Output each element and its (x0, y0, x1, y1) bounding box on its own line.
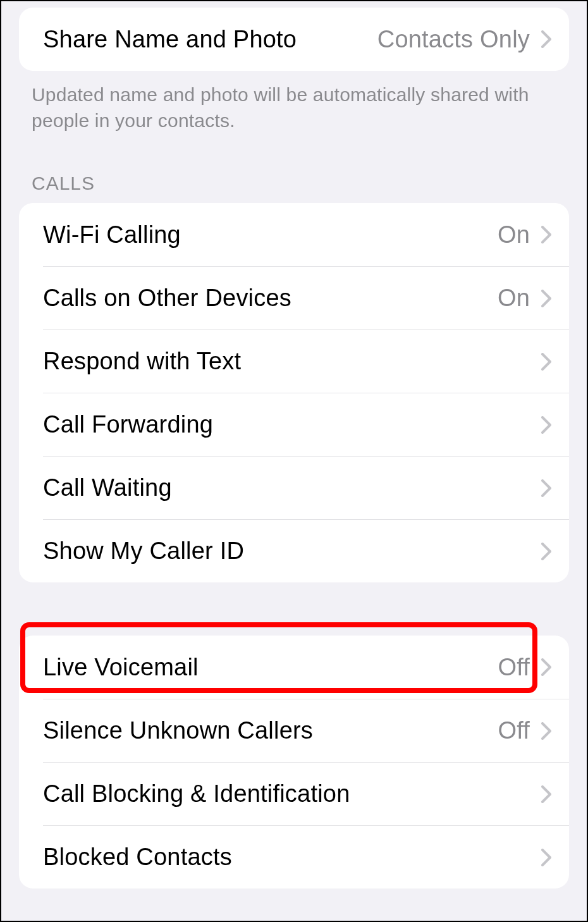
spacer (1, 582, 587, 636)
call-waiting-row[interactable]: Call Waiting (43, 456, 569, 519)
wifi-calling-value: On (498, 221, 530, 249)
chevron-right-icon (541, 479, 551, 497)
wifi-calling-row[interactable]: Wi-Fi Calling On (19, 203, 569, 266)
call-waiting-label: Call Waiting (43, 474, 172, 501)
chevron-right-icon (541, 30, 551, 48)
calls-other-devices-value: On (498, 285, 530, 312)
blocked-contacts-label: Blocked Contacts (43, 844, 232, 871)
chevron-right-icon (541, 658, 551, 676)
chevron-right-icon (541, 416, 551, 434)
call-blocking-row[interactable]: Call Blocking & Identification (43, 762, 569, 825)
calls-group: Wi-Fi Calling On Calls on Other Devices … (19, 203, 569, 582)
wifi-calling-label: Wi-Fi Calling (43, 221, 181, 249)
live-voicemail-row[interactable]: Live Voicemail Off (19, 636, 569, 699)
calls-other-devices-row[interactable]: Calls on Other Devices On (43, 266, 569, 329)
chevron-right-icon (541, 226, 551, 243)
call-blocking-label: Call Blocking & Identification (43, 780, 350, 808)
chevron-right-icon (541, 543, 551, 560)
chevron-right-icon (541, 785, 551, 803)
call-forwarding-row[interactable]: Call Forwarding (43, 393, 569, 456)
live-voicemail-label: Live Voicemail (43, 654, 199, 681)
share-group: Share Name and Photo Contacts Only (19, 8, 569, 71)
calls-other-devices-label: Calls on Other Devices (43, 285, 291, 312)
blocked-contacts-row[interactable]: Blocked Contacts (43, 825, 569, 888)
share-name-photo-label: Share Name and Photo (43, 26, 297, 53)
share-footer-text: Updated name and photo will be automatic… (1, 71, 587, 133)
respond-with-text-row[interactable]: Respond with Text (43, 329, 569, 393)
respond-with-text-label: Respond with Text (43, 348, 241, 375)
share-name-photo-value: Contacts Only (377, 26, 530, 53)
chevron-right-icon (541, 849, 551, 866)
calls-section-header: CALLS (1, 133, 587, 203)
settings-screen: Share Name and Photo Contacts Only Updat… (1, 1, 587, 921)
live-voicemail-value: Off (498, 654, 530, 681)
share-name-photo-row[interactable]: Share Name and Photo Contacts Only (19, 8, 569, 71)
silence-unknown-label: Silence Unknown Callers (43, 717, 313, 744)
voicemail-group: Live Voicemail Off Silence Unknown Calle… (19, 636, 569, 888)
call-forwarding-label: Call Forwarding (43, 411, 213, 438)
show-caller-id-label: Show My Caller ID (43, 538, 244, 565)
chevron-right-icon (541, 290, 551, 307)
show-caller-id-row[interactable]: Show My Caller ID (43, 519, 569, 582)
silence-unknown-row[interactable]: Silence Unknown Callers Off (43, 699, 569, 762)
chevron-right-icon (541, 722, 551, 740)
silence-unknown-value: Off (498, 717, 530, 744)
chevron-right-icon (541, 353, 551, 371)
